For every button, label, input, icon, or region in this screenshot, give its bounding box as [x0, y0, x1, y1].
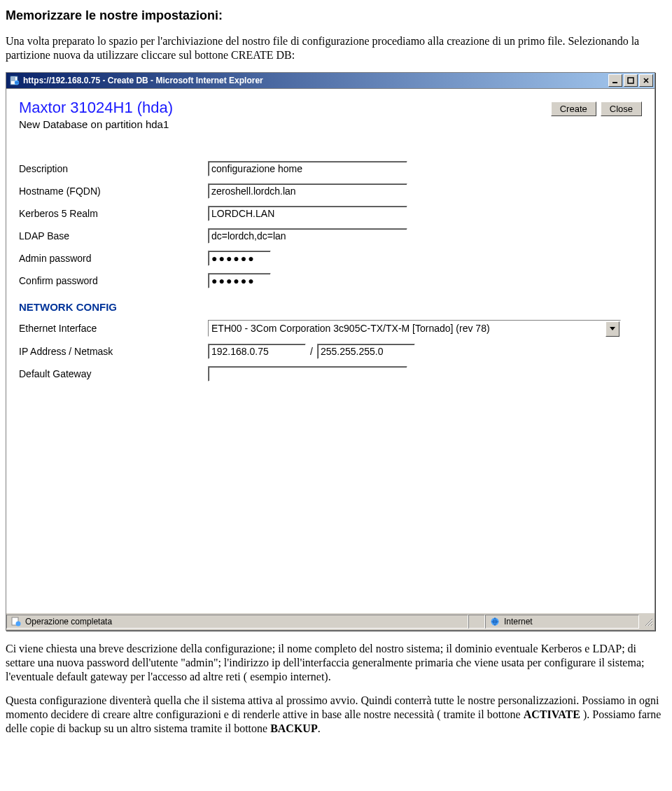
close-button[interactable]: Close	[601, 102, 642, 116]
activate-keyword: ACTIVATE	[524, 708, 580, 720]
gateway-label: Default Gateway	[19, 368, 208, 379]
minimize-button[interactable]	[608, 74, 622, 87]
chevron-down-icon	[606, 321, 620, 337]
admin-password-input[interactable]	[208, 251, 271, 266]
svg-rect-2	[612, 82, 617, 83]
disk-title: Maxtor 31024H1 (hda)	[19, 99, 551, 117]
browser-window: https://192.168.0.75 - Create DB - Micro…	[6, 72, 655, 631]
netmask-input[interactable]	[317, 344, 415, 359]
window-title: https://192.168.0.75 - Create DB - Micro…	[23, 76, 608, 85]
maximize-button[interactable]	[624, 74, 638, 87]
hostname-label: Hostname (FQDN)	[19, 186, 208, 197]
confirm-password-label: Confirm password	[19, 275, 208, 286]
description-input[interactable]	[208, 161, 407, 176]
ip-input[interactable]	[208, 344, 306, 359]
ldap-input[interactable]	[208, 228, 407, 244]
internet-zone-text: Internet	[504, 617, 533, 626]
resize-grip[interactable]	[639, 615, 654, 628]
ethernet-select[interactable]: ETH00 - 3Com Corporation 3c905C-TX/TX-M …	[208, 320, 621, 337]
intro-paragraph: Una volta preparato lo spazio per l'arch…	[6, 34, 666, 62]
gateway-input[interactable]	[208, 366, 407, 382]
close-window-button[interactable]	[639, 74, 653, 87]
ethernet-label: Ethernet Interface	[19, 323, 208, 334]
status-bar: Operazione completata Internet	[6, 612, 654, 630]
internet-zone-icon	[490, 617, 500, 626]
status-text: Operazione completata	[25, 617, 112, 626]
ldap-label: LDAP Base	[19, 230, 208, 241]
admin-password-label: Admin password	[19, 253, 208, 264]
conclusion-paragraph: Questa configurazione diventerà quella c…	[6, 694, 666, 736]
backup-keyword: BACKUP	[270, 722, 318, 734]
page-content: Maxtor 31024H1 (hda) New Database on par…	[6, 88, 654, 612]
realm-input[interactable]	[208, 206, 407, 221]
description-label: Description	[19, 163, 208, 174]
conclusion-text-c: .	[318, 722, 321, 734]
confirm-password-input[interactable]	[208, 273, 271, 288]
section-heading: Memorizzare le nostre impostazioni:	[6, 8, 666, 23]
slash-separator: /	[310, 346, 313, 357]
realm-label: Kerberos 5 Realm	[19, 208, 208, 219]
window-titlebar: https://192.168.0.75 - Create DB - Micro…	[6, 73, 654, 88]
explanation-paragraph: Ci viene chiesta una breve descrizione d…	[6, 642, 666, 684]
disk-subtitle: New Database on partition hda1	[19, 118, 551, 130]
ie-page-icon	[9, 75, 20, 86]
svg-point-5	[16, 622, 21, 626]
svg-rect-3	[628, 78, 634, 83]
ie-done-icon	[11, 617, 21, 626]
ip-label: IP Address / Netmask	[19, 346, 208, 357]
ethernet-select-value: ETH00 - 3Com Corporation 3c905C-TX/TX-M …	[211, 323, 490, 334]
create-button[interactable]: Create	[551, 102, 596, 116]
network-config-header: NETWORK CONFIG	[19, 301, 642, 313]
hostname-input[interactable]	[208, 183, 407, 199]
